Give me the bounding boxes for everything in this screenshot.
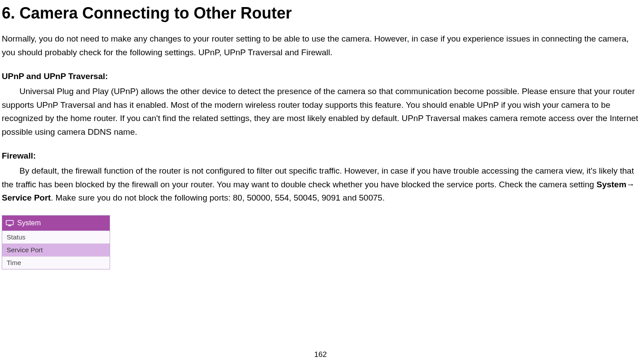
system-menu: System Status Service Port Time xyxy=(2,215,110,269)
upnp-title: UPnP and UPnP Traversal: xyxy=(2,70,639,83)
system-menu-item-time[interactable]: Time xyxy=(2,256,110,269)
intro-paragraph: Normally, you do not need to make any ch… xyxy=(2,32,639,59)
system-menu-item-service-port[interactable]: Service Port xyxy=(2,243,110,256)
upnp-body-text: Universal Plug and Play (UPnP) allows th… xyxy=(2,87,638,136)
svg-rect-0 xyxy=(6,220,13,225)
nav-system: System xyxy=(596,180,626,189)
page-number: 162 xyxy=(0,349,641,360)
system-menu-header-label: System xyxy=(17,217,41,229)
monitor-icon xyxy=(6,220,14,226)
firewall-body-prefix: By default, the firewall function of the… xyxy=(2,166,634,189)
upnp-body: Universal Plug and Play (UPnP) allows th… xyxy=(2,85,639,139)
firewall-title: Firewall: xyxy=(2,149,639,163)
system-menu-item-status[interactable]: Status xyxy=(2,231,110,243)
svg-rect-1 xyxy=(8,225,11,226)
firewall-body: By default, the firewall function of the… xyxy=(2,164,639,205)
section-heading: 6. Camera Connecting to Other Router xyxy=(2,4,639,23)
system-menu-header[interactable]: System xyxy=(2,216,110,231)
nav-service-port: Service Port xyxy=(2,193,51,202)
arrow-icon: → xyxy=(626,180,635,189)
firewall-body-suffix: . Make sure you do not block the followi… xyxy=(51,193,385,202)
